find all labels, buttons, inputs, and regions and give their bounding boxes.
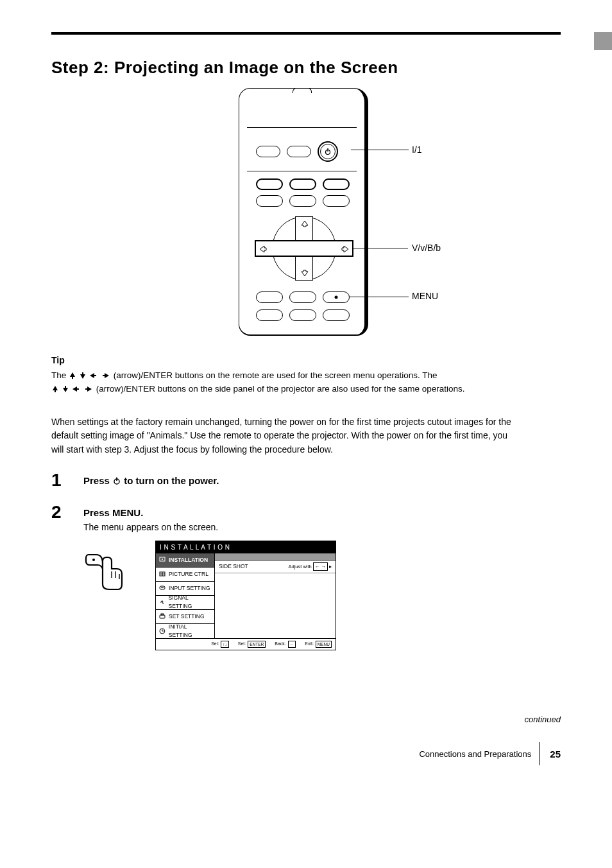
continued-label: continued: [525, 715, 561, 724]
tip-heading: Tip: [51, 354, 561, 368]
arrow-glyphs-icon: [69, 370, 114, 380]
tip-body: The (arrow)/ENTER buttons on the remote …: [51, 369, 561, 396]
osd-item-installation: INSTALLATION: [156, 553, 214, 568]
menu-button-icon: [323, 291, 350, 303]
svg-rect-16: [161, 614, 164, 615]
callout-menu: MENU: [412, 291, 438, 301]
svg-point-9: [162, 559, 163, 560]
osd-right-row: SIDE SHOT Adjust with ← → ▸: [215, 560, 336, 573]
step-1: 1 Press to turn on the power.: [51, 471, 561, 490]
osd-item-input: INPUT SETTING: [156, 582, 214, 596]
step2-desc: The menu appears on the screen.: [83, 521, 561, 534]
page-footer: continued: [51, 715, 561, 724]
power-glyph-icon: [112, 475, 121, 490]
page-title: Step 2: Projecting an Image on the Scree…: [51, 58, 561, 78]
svg-point-0: [326, 150, 330, 155]
side-tab: [594, 32, 612, 50]
arrow-glyphs-2-icon: [51, 384, 96, 394]
osd-item-set: SET SETTING: [156, 610, 214, 624]
tip-section: Tip The (arrow)/ENTER buttons on the rem…: [51, 354, 561, 396]
callout-arrows: V/v/B/b: [412, 243, 441, 253]
dpad-icon: [255, 213, 353, 284]
step-2: 2 Press MENU. The menu appears on the sc…: [51, 503, 561, 650]
osd-menu: I N S T A L L A T I O N INSTALLATION PIC…: [155, 541, 336, 651]
svg-rect-15: [160, 615, 165, 618]
osd-header: I N S T A L L A T I O N: [156, 541, 336, 553]
footer-section: Connections and Preparations: [419, 749, 531, 759]
osd-footer: Sel:↑↓ Set:ENTER Back:← Exit:MENU: [156, 638, 336, 650]
power-button-icon: [318, 141, 338, 162]
page-number: 25: [550, 749, 561, 759]
osd-item-picture: PICTURE CTRL: [156, 568, 214, 582]
step2-lead: Press MENU.: [83, 506, 561, 521]
osd-item-initial: INITIAL SETTING: [156, 624, 214, 638]
step-num-2: 2: [51, 503, 71, 521]
intro-text: When settings at the factory remain unch…: [51, 415, 513, 457]
svg-point-7: [92, 559, 95, 561]
osd-item-signal: SIGNAL SETTING: [156, 596, 214, 610]
remote-illustration: I/1 V/v/B/b MENU: [239, 88, 373, 338]
step-num-1: 1: [51, 471, 71, 489]
osd-sidebar: INSTALLATION PICTURE CTRL INPUT SETTING: [156, 553, 215, 638]
finger-press-icon: [83, 546, 128, 592]
callout-power: I/1: [412, 144, 422, 155]
